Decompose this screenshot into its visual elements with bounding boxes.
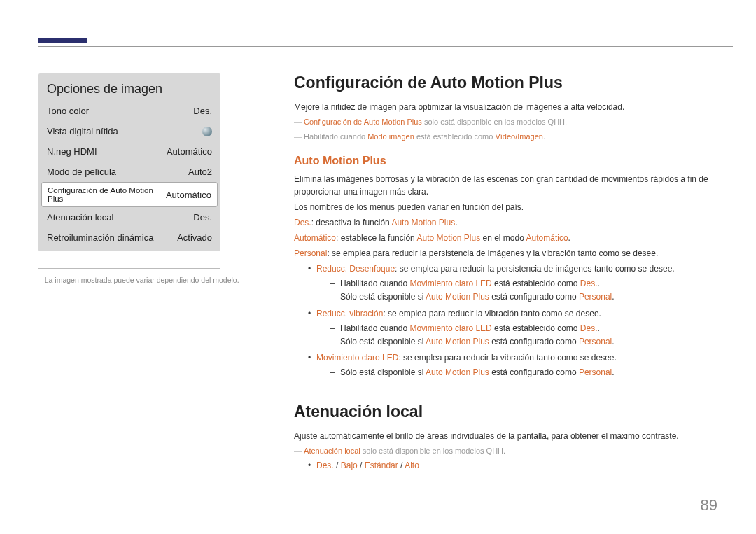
left-divider (38, 268, 220, 269)
menu-item-label: N.neg HDMI (47, 146, 102, 157)
content-columns: Opciones de imagen Tono color Des. Vista… (38, 0, 718, 475)
option-des: Des.: desactiva la función Auto Motion P… (294, 216, 718, 229)
subopt-reducc-vibracion: Reducc. vibración: se emplea para reduci… (308, 307, 718, 349)
option-personal: Personal: se emplea para reducir la pers… (294, 247, 718, 260)
option-list: Des. / Bajo / Estándar / Alto (308, 459, 718, 472)
amp-p2: Los nombres de los menús pueden variar e… (294, 201, 718, 213)
menu-item-value: Des. (193, 212, 212, 223)
menu-item-label: Vista digital nítida (47, 126, 122, 136)
menu-title: Opciones de imagen (38, 73, 220, 101)
menu-item-nneg-hdmi[interactable]: N.neg HDMI Automático (38, 141, 220, 162)
menu-item-label: Configuración de Auto Motion Plus (48, 186, 166, 203)
document-page: Opciones de imagen Tono color Des. Vista… (0, 0, 756, 534)
menu-item-value: Automático (166, 190, 211, 200)
dash-item: Sólo está disponible si Auto Motion Plus… (330, 290, 718, 304)
toggle-icon[interactable] (202, 127, 212, 136)
right-column: Configuración de Auto Motion Plus Mejore… (294, 73, 718, 475)
dash-list: Habilitado cuando Movimiento claro LED e… (330, 322, 718, 349)
subopt-reducc-desenfoque: Reducc. Desenfoque: se emplea para reduc… (308, 262, 718, 304)
atenuacion-options: Des. / Bajo / Estándar / Alto (308, 459, 718, 472)
left-column: Opciones de imagen Tono color Des. Vista… (38, 73, 252, 475)
personal-suboptions: Reducc. Desenfoque: se emplea para reduc… (308, 262, 718, 380)
menu-item-atenuacion-local[interactable]: Atenuación local Des. (38, 207, 220, 227)
dash-item: Habilitado cuando Movimiento claro LED e… (330, 322, 718, 335)
top-rule (38, 46, 733, 47)
menu-item-value: Des. (193, 106, 212, 116)
menu-item-modo-pelicula[interactable]: Modo de película Auto2 (38, 162, 220, 182)
intro-text: Mejore la nitidez de imagen para optimiz… (294, 101, 718, 113)
menu-item-auto-motion-plus[interactable]: Configuración de Auto Motion Plus Automá… (41, 182, 218, 207)
amp-p1: Elimina las imágenes borrosas y la vibra… (294, 173, 718, 198)
option-auto: Automático: establece la función Auto Mo… (294, 232, 718, 244)
menu-item-label: Atenuación local (47, 212, 118, 223)
menu-item-label: Tono color (47, 106, 93, 116)
dash-item: Sólo está disponible si Auto Motion Plus… (330, 335, 718, 349)
menu-item-tono-color[interactable]: Tono color Des. (38, 101, 220, 121)
dash-list: Sólo está disponible si Auto Motion Plus… (330, 366, 718, 379)
menu-item-retroiluminacion[interactable]: Retroiluminación dinámica Activado (38, 227, 220, 251)
note-availability: Configuración de Auto Motion Plus solo e… (294, 116, 718, 128)
atenuacion-p1: Ajuste automáticamente el brillo de área… (294, 430, 718, 442)
dash-item: Sólo está disponible si Auto Motion Plus… (330, 366, 718, 379)
menu-item-value: Automático (167, 146, 212, 157)
subheading-amp: Auto Motion Plus (294, 155, 718, 167)
section-heading-atenuacion: Atenuación local (294, 402, 718, 421)
menu-item-vista-digital[interactable]: Vista digital nítida (38, 121, 220, 141)
menu-panel: Opciones de imagen Tono color Des. Vista… (38, 73, 220, 251)
page-number: 89 (701, 496, 718, 514)
note-atenuacion: Atenuación local solo está disponible en… (294, 445, 718, 457)
dash-item: Habilitado cuando Movimiento claro LED e… (330, 277, 718, 290)
subopt-movimiento-claro-led: Movimiento claro LED: se emplea para red… (308, 351, 718, 379)
dash-list: Habilitado cuando Movimiento claro LED e… (330, 277, 718, 304)
menu-item-value: Auto2 (188, 167, 212, 177)
note-enabled-when: Habilitado cuando Modo imagen está estab… (294, 131, 718, 143)
menu-item-value: Activado (177, 232, 212, 243)
accent-bar (38, 38, 88, 43)
left-note: La imagen mostrada puede variar dependie… (38, 276, 252, 284)
section-heading-amp: Configuración de Auto Motion Plus (294, 73, 718, 92)
menu-item-label: Modo de película (47, 167, 120, 177)
menu-item-label: Retroiluminación dinámica (47, 232, 158, 243)
